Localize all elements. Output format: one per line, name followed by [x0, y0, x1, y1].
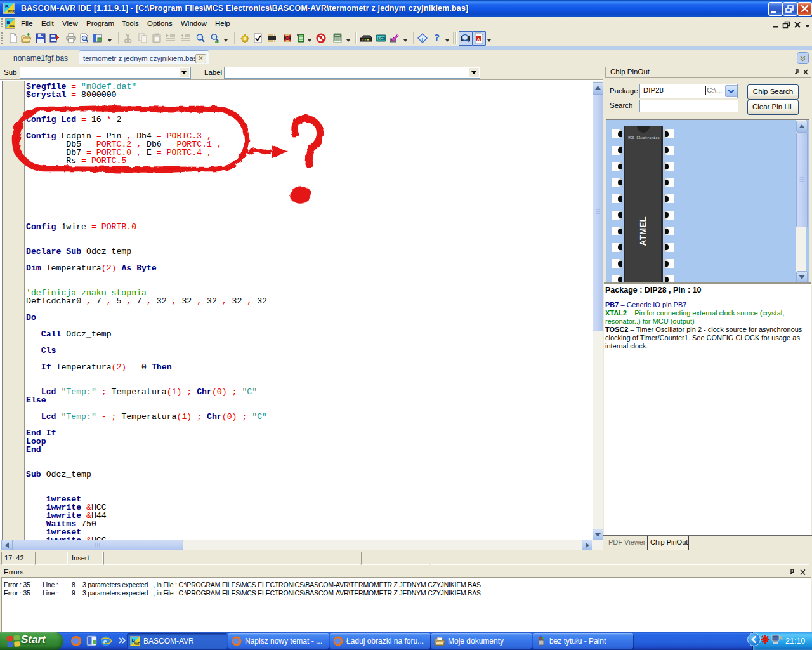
svg-text:A: A: [477, 37, 480, 41]
svg-text:AVR: AVR: [134, 642, 140, 646]
svg-text:LCD: LCD: [378, 37, 385, 41]
svg-text:AVR: AVR: [9, 24, 15, 28]
svg-text:AVR: AVR: [8, 10, 15, 13]
svg-text:B: B: [5, 4, 9, 10]
